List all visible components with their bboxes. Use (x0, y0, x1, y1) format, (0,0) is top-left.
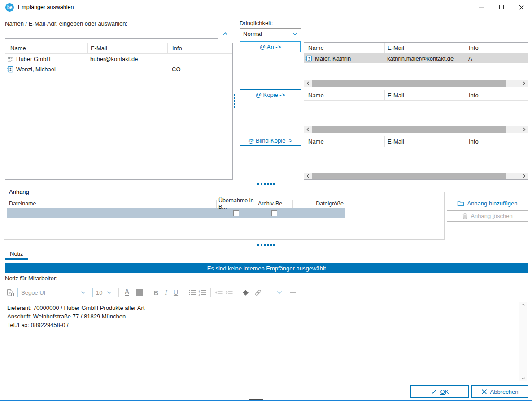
column-header-name[interactable]: Name (5, 43, 87, 53)
highlight-color-button[interactable] (135, 287, 144, 298)
attachments-group: Anhang Dateiname Übernahme in B... Archi… (4, 192, 445, 240)
urgency-label-rest: ringlichkeit: (244, 20, 273, 26)
contact-email: kathrin.maier@kontakt.de (384, 53, 466, 63)
tab-active-indicator (5, 258, 28, 260)
column-header-info[interactable]: Info (167, 43, 232, 53)
column-header-email[interactable]: E-Mail (87, 43, 167, 53)
search-input[interactable] (5, 29, 218, 39)
note-line: Anschrift: Weinhofstraße 77 / 81829 Münc… (5, 312, 517, 321)
column-header-info[interactable]: Info (466, 43, 528, 53)
horizontal-scrollbar[interactable] (304, 126, 528, 133)
scroll-right-icon[interactable] (520, 80, 528, 87)
column-header-name[interactable]: Name (304, 43, 384, 53)
maximize-button[interactable] (491, 0, 511, 14)
toolbar-separator (237, 288, 237, 297)
uebernahme-checkbox[interactable] (233, 210, 239, 216)
font-color-button[interactable]: A (122, 287, 132, 298)
horizontal-splitter[interactable] (257, 183, 275, 185)
vertical-scrollbar[interactable] (519, 302, 527, 381)
font-size-value: 10 (96, 289, 107, 296)
insert-textblock-icon[interactable] (5, 287, 15, 298)
urgency-value: Normal (243, 31, 292, 37)
search-label-rest: amen / E-Mail-Adr. eingeben oder auswähl… (9, 20, 127, 27)
column-header-name[interactable]: Name (304, 90, 384, 100)
column-header-uebernahme[interactable]: Übernahme in B... (216, 200, 256, 208)
scroll-left-icon[interactable] (304, 126, 311, 133)
contact-info: A (466, 53, 528, 63)
numbered-list-button[interactable]: 123 (197, 287, 207, 298)
urgency-label-accesskey: D (240, 20, 244, 26)
scrollbar-thumb[interactable] (312, 80, 506, 87)
contact-card-icon (7, 66, 14, 73)
scrollbar-thumb[interactable] (312, 173, 506, 179)
horizontal-splitter[interactable] (257, 244, 275, 246)
toolbar-separator (210, 288, 211, 297)
ok-button[interactable]: OK (410, 385, 469, 398)
table-row[interactable]: Wenzl, Michael CO (5, 64, 232, 74)
folder-icon (457, 200, 464, 206)
font-family-select[interactable]: Segoe UI (17, 288, 89, 297)
archiv-checkbox[interactable] (271, 210, 277, 216)
bullet-list-button[interactable] (188, 287, 197, 298)
horizontal-scrollbar[interactable] (304, 80, 528, 87)
toolbar-separator (148, 288, 148, 297)
vertical-splitter[interactable] (234, 94, 235, 108)
cancel-button[interactable]: Abbrechen (471, 385, 528, 398)
horizontal-rule-button[interactable] (288, 287, 298, 298)
delete-attachment-label: Anhang löschen (471, 213, 512, 219)
scroll-right-icon[interactable] (520, 173, 528, 179)
font-size-select[interactable]: 10 (92, 288, 115, 297)
scrollbar-thumb[interactable] (312, 126, 506, 133)
scroll-right-icon[interactable] (520, 126, 528, 133)
dialog-empfaenger-auswaehlen: be Empfänger auswählen Namen / E-Mail-Ad… (0, 0, 532, 401)
horizontal-scrollbar[interactable] (304, 173, 528, 179)
x-icon (481, 389, 487, 395)
column-header-name[interactable]: Name (304, 136, 384, 147)
add-cc-button-label: @ Kopie -> (256, 92, 285, 98)
to-recipients-table: Name E-Mail Info Maier, Kathrin kathrin.… (304, 42, 528, 87)
column-header-dateigroesse[interactable]: Dateigröße (292, 200, 345, 208)
urgency-select[interactable]: Normal (240, 28, 301, 39)
close-icon (519, 5, 524, 10)
note-label: Notiz für Mitarbeiter: (5, 275, 57, 282)
column-header-info[interactable]: Info (466, 136, 528, 147)
underline-button[interactable]: U (171, 287, 181, 298)
maximize-icon (499, 5, 504, 9)
search-label: Namen / E-Mail-Adr. eingeben oder auswäh… (5, 20, 127, 27)
column-header-email[interactable]: E-Mail (384, 90, 466, 100)
add-cc-button[interactable]: @ Kopie -> (240, 89, 301, 100)
add-attachment-button[interactable]: Anhang hinzufügen (447, 198, 528, 209)
add-bcc-button[interactable]: @ Blind-Kopie -> (240, 135, 301, 146)
attachment-row[interactable] (7, 208, 345, 218)
bold-button[interactable]: B (151, 287, 161, 298)
chevron-down-icon (81, 291, 86, 294)
window-title: Empfänger auswählen (18, 4, 74, 10)
column-header-email[interactable]: E-Mail (384, 43, 466, 53)
close-button[interactable] (511, 0, 532, 14)
company-contact-icon (7, 56, 14, 62)
italic-button[interactable]: I (161, 287, 171, 298)
add-to-button[interactable]: @ An -> (240, 41, 301, 52)
delete-attachment-button[interactable]: Anhang löschen (447, 210, 528, 222)
scroll-left-icon[interactable] (304, 80, 311, 87)
scroll-down-icon[interactable] (521, 377, 525, 380)
column-header-archiv[interactable]: Archiv-Be... (256, 200, 292, 208)
scroll-up-icon[interactable] (521, 303, 525, 306)
svg-text:3: 3 (199, 293, 200, 296)
link-button[interactable] (253, 287, 263, 298)
column-header-email[interactable]: E-Mail (384, 136, 466, 147)
table-row[interactable]: Huber GmbH huber@kontakt.de (5, 54, 232, 64)
scroll-left-icon[interactable] (304, 173, 311, 179)
bottom-resize-grip[interactable] (249, 399, 263, 400)
column-header-dateiname[interactable]: Dateiname (7, 200, 216, 208)
symbol-button[interactable] (240, 287, 250, 298)
column-header-info[interactable]: Info (466, 90, 528, 100)
table-row-selected[interactable]: Maier, Kathrin kathrin.maier@kontakt.de … (304, 53, 528, 63)
tab-notiz[interactable]: Notiz (10, 250, 23, 257)
outdent-button[interactable] (214, 287, 224, 298)
note-editor[interactable]: Lieferant: 70000000 / Huber GmbH Produkt… (5, 301, 528, 382)
indent-button[interactable] (224, 287, 234, 298)
minimize-button[interactable] (471, 0, 491, 14)
collapse-chevron-up-icon[interactable] (222, 32, 228, 36)
more-options-chevron-icon[interactable] (275, 287, 284, 298)
